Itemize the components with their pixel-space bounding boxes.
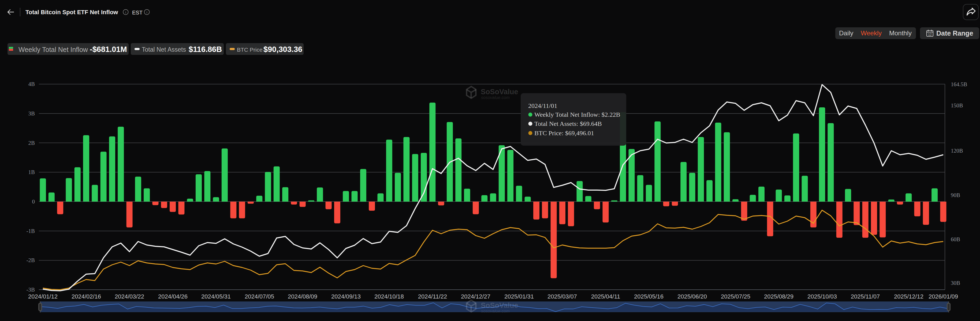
svg-text:164.5B: 164.5B (951, 81, 967, 87)
svg-text:2025/07/25: 2025/07/25 (721, 293, 750, 300)
svg-text:2024/02/16: 2024/02/16 (72, 293, 101, 300)
svg-text:12: 12 (928, 33, 932, 36)
svg-text:-2B: -2B (27, 257, 35, 263)
svg-text:2025/11/07: 2025/11/07 (851, 293, 880, 300)
svg-text:2024/05/31: 2024/05/31 (201, 293, 231, 300)
svg-text:Total Net Assets: $69.64B: Total Net Assets: $69.64B (535, 120, 602, 127)
svg-text:3B: 3B (28, 110, 35, 117)
svg-text:2026/01/09: 2026/01/09 (929, 293, 958, 300)
svg-text:i: i (146, 10, 147, 14)
svg-text:2024/03/22: 2024/03/22 (115, 293, 144, 300)
svg-text:150B: 150B (951, 102, 963, 109)
svg-text:i: i (125, 10, 126, 14)
svg-text:2025/01/31: 2025/01/31 (504, 293, 534, 300)
svg-text:2025/12/12: 2025/12/12 (894, 293, 923, 300)
svg-text:-1B: -1B (27, 228, 35, 234)
svg-text:2024/12/27: 2024/12/27 (461, 293, 490, 300)
svg-text:4B: 4B (28, 81, 35, 87)
svg-text:2025/03/07: 2025/03/07 (547, 293, 577, 300)
svg-text:2024/01/12: 2024/01/12 (28, 293, 57, 300)
svg-text:2024/08/09: 2024/08/09 (288, 293, 317, 300)
svg-text:2025/05/16: 2025/05/16 (634, 293, 663, 300)
svg-text:120B: 120B (951, 147, 963, 154)
svg-text:2024/09/13: 2024/09/13 (331, 293, 361, 300)
svg-text:2024/04/26: 2024/04/26 (158, 293, 188, 300)
svg-text:sosovalue.com: sosovalue.com (481, 95, 510, 100)
svg-text:-3B: -3B (27, 286, 35, 293)
svg-text:Weekly Total Net Inflow: $2.22: Weekly Total Net Inflow: $2.22B (535, 111, 620, 118)
svg-text:2024/11/22: 2024/11/22 (418, 293, 447, 300)
svg-text:2024/10/18: 2024/10/18 (374, 293, 404, 300)
svg-text:sosovalue.com: sosovalue.com (481, 309, 510, 313)
svg-text:2025/10/03: 2025/10/03 (807, 293, 837, 300)
svg-text:2025/04/11: 2025/04/11 (591, 293, 620, 300)
svg-text:2025/08/29: 2025/08/29 (764, 293, 794, 300)
svg-text:2024/11/01: 2024/11/01 (528, 102, 557, 109)
svg-text:BTC Price: $69,496.01: BTC Price: $69,496.01 (535, 130, 594, 136)
svg-text:2025/06/20: 2025/06/20 (678, 293, 707, 300)
svg-text:90B: 90B (951, 192, 960, 198)
svg-text:SoSoValue: SoSoValue (481, 88, 518, 96)
svg-text:SoSoValue: SoSoValue (481, 302, 518, 310)
svg-text:0: 0 (32, 198, 35, 205)
svg-text:60B: 60B (951, 236, 960, 243)
svg-text:2B: 2B (28, 140, 35, 146)
svg-text:30B: 30B (951, 280, 960, 286)
svg-text:2024/07/05: 2024/07/05 (245, 293, 274, 300)
svg-text:1B: 1B (28, 169, 35, 176)
